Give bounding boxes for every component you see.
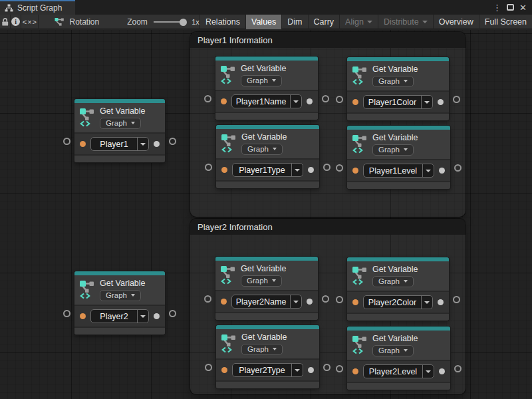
chevron-down-icon <box>273 148 277 150</box>
get-variable-node-player2level[interactable]: Get Variable Graph Player2Level <box>347 327 450 390</box>
code-preview-button[interactable]: <×> <box>21 15 39 29</box>
outer-output-port[interactable] <box>454 365 462 372</box>
get-variable-icon <box>220 265 236 285</box>
output-port[interactable] <box>154 141 160 147</box>
graph-canvas[interactable]: Player1 Information Player2 Information … <box>0 30 532 399</box>
graph-kind-dropdown[interactable]: Graph <box>241 75 282 86</box>
tab-script-graph[interactable]: Script Graph <box>0 0 75 15</box>
output-port[interactable] <box>308 167 314 173</box>
input-port[interactable] <box>221 98 227 104</box>
align-dropdown[interactable]: Align <box>339 15 378 29</box>
graph-kind-dropdown[interactable]: Graph <box>372 276 414 287</box>
outer-output-port[interactable] <box>454 164 462 172</box>
node-title: Get Variable <box>372 65 418 74</box>
get-variable-node-player1name[interactable]: Get Variable Graph Player1Name <box>215 57 318 120</box>
get-variable-node-player2name[interactable]: Get Variable Graph Player2Name <box>215 257 318 320</box>
graph-kind-dropdown[interactable]: Graph <box>241 144 283 155</box>
zoom-value: 1x <box>192 18 200 26</box>
variable-name-dropdown[interactable]: Player2Level <box>363 364 434 378</box>
group-header[interactable]: Player1 Information <box>190 32 466 48</box>
node-header: Get Variable Graph <box>216 329 319 358</box>
graph-kind-dropdown[interactable]: Graph <box>241 275 282 287</box>
output-port[interactable] <box>307 299 313 305</box>
fullscreen-button[interactable]: Full Screen <box>479 15 532 29</box>
input-port[interactable] <box>221 367 227 373</box>
zoom-slider[interactable] <box>154 21 185 23</box>
graph-kind-dropdown[interactable]: Graph <box>372 76 414 87</box>
node-header: Get Variable Graph <box>215 261 318 290</box>
get-variable-node-player2color[interactable]: Get Variable Graph Player2Color <box>347 257 449 321</box>
input-port[interactable] <box>80 313 86 319</box>
variable-name-dropdown[interactable]: Player1Type <box>232 163 303 177</box>
input-port[interactable] <box>221 299 227 305</box>
outer-input-port[interactable] <box>205 164 212 171</box>
outer-input-port[interactable] <box>204 295 211 303</box>
outer-input-port[interactable] <box>63 310 70 317</box>
variable-name-dropdown[interactable]: Player2Color <box>363 295 433 309</box>
graph-kind-dropdown[interactable]: Graph <box>241 344 283 355</box>
zoom-slider-handle[interactable] <box>180 19 187 26</box>
dim-button[interactable]: Dim <box>281 15 307 29</box>
outer-output-port[interactable] <box>322 95 329 102</box>
close-icon[interactable]: ✕ <box>519 3 527 12</box>
get-variable-node-player1type[interactable]: Get Variable Graph Player1Type <box>216 125 319 188</box>
maximize-icon[interactable] <box>507 4 514 11</box>
variable-name-dropdown[interactable]: Player2Type <box>232 363 303 377</box>
overview-button[interactable]: Overview <box>433 15 479 29</box>
get-variable-node-player2[interactable]: Get Variable Graph Player2 <box>74 271 165 334</box>
lock-button[interactable] <box>0 15 11 29</box>
graph-kind-dropdown[interactable]: Graph <box>100 118 141 129</box>
outer-input-port[interactable] <box>336 365 343 372</box>
outer-output-port[interactable] <box>322 295 329 303</box>
rotation-control[interactable]: Rotation <box>55 17 99 27</box>
outer-input-port[interactable] <box>336 296 343 303</box>
output-port[interactable] <box>438 99 444 105</box>
input-port[interactable] <box>352 168 358 174</box>
variable-name-dropdown[interactable]: Player2Name <box>231 295 302 309</box>
input-port[interactable] <box>352 368 358 374</box>
outer-output-port[interactable] <box>323 364 331 371</box>
variable-name-dropdown[interactable]: Player1Level <box>363 164 434 178</box>
relations-button[interactable]: Relations <box>200 15 245 29</box>
outer-input-port[interactable] <box>63 138 70 145</box>
output-port[interactable] <box>438 299 444 305</box>
chevron-down-icon <box>291 364 303 376</box>
outer-output-port[interactable] <box>169 138 176 145</box>
outer-output-port[interactable] <box>453 96 460 103</box>
input-port[interactable] <box>221 167 227 173</box>
outer-input-port[interactable] <box>205 364 212 371</box>
outer-input-port[interactable] <box>204 95 211 102</box>
chevron-down-icon <box>422 365 434 378</box>
variable-name-dropdown[interactable]: Player1Color <box>363 95 433 109</box>
outer-input-port[interactable] <box>336 164 343 172</box>
chevron-down-icon <box>404 148 408 151</box>
outer-input-port[interactable] <box>336 96 343 103</box>
inspect-button[interactable]: i <box>11 15 21 29</box>
variable-name-dropdown[interactable]: Player1 <box>90 137 149 151</box>
input-port[interactable] <box>352 299 358 305</box>
graph-kind-dropdown[interactable]: Graph <box>372 144 414 156</box>
output-port[interactable] <box>307 98 313 104</box>
output-port[interactable] <box>439 168 445 174</box>
group-header[interactable]: Player2 Information <box>190 219 466 235</box>
get-variable-node-player1[interactable]: Get Variable Graph Player1 <box>74 99 165 162</box>
variable-name-dropdown[interactable]: Player2 <box>90 309 149 323</box>
input-port[interactable] <box>352 99 358 105</box>
output-port[interactable] <box>154 313 160 319</box>
graph-kind-dropdown[interactable]: Graph <box>100 290 141 301</box>
outer-output-port[interactable] <box>323 164 331 171</box>
variable-name-dropdown[interactable]: Player1Name <box>231 94 302 108</box>
get-variable-node-player1level[interactable]: Get Variable Graph Player1Level <box>347 126 450 189</box>
menu-icon[interactable]: ⋮ <box>493 3 501 12</box>
outer-output-port[interactable] <box>169 310 176 317</box>
get-variable-node-player2type[interactable]: Get Variable Graph Player2Type <box>216 325 319 388</box>
input-port[interactable] <box>80 141 86 147</box>
values-button[interactable]: Values <box>245 15 281 29</box>
get-variable-node-player1color[interactable]: Get Variable Graph Player1Color <box>347 57 449 120</box>
distribute-dropdown[interactable]: Distribute <box>378 15 433 29</box>
carry-button[interactable]: Carry <box>308 15 340 29</box>
output-port[interactable] <box>439 368 445 374</box>
output-port[interactable] <box>308 367 314 373</box>
outer-output-port[interactable] <box>453 296 460 303</box>
graph-kind-dropdown[interactable]: Graph <box>372 345 414 356</box>
